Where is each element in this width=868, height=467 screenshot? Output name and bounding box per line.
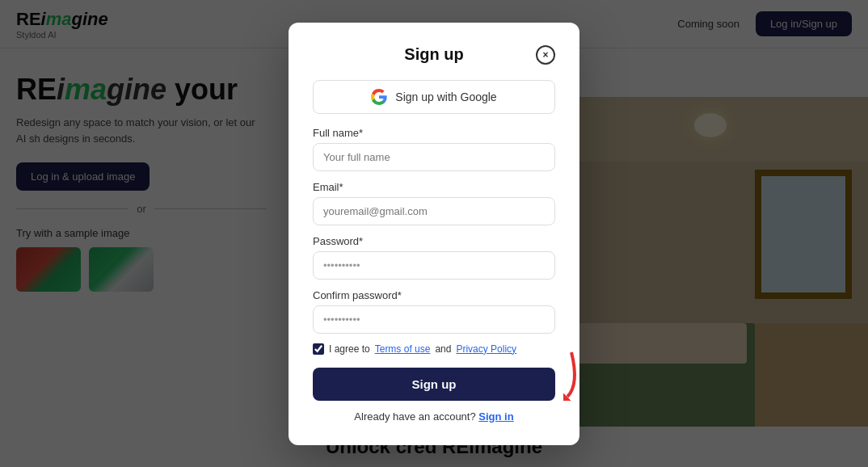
confirm-password-label: Confirm password* <box>313 289 555 301</box>
and-text: and <box>435 343 451 355</box>
signup-button[interactable]: Sign up <box>313 368 555 401</box>
modal-overlay[interactable]: Sign up × Sign up with Google Full name* <box>0 0 868 467</box>
modal-title: Sign up <box>404 45 463 64</box>
terms-checkbox[interactable] <box>313 343 324 355</box>
email-input[interactable] <box>313 197 555 225</box>
signin-link[interactable]: Sign in <box>478 410 513 423</box>
privacy-link[interactable]: Privacy Policy <box>456 343 516 355</box>
terms-link[interactable]: Terms of use <box>375 343 431 355</box>
modal-close-button[interactable]: × <box>536 45 555 65</box>
modal-wrapper: Sign up × Sign up with Google Full name* <box>289 23 579 445</box>
modal-header: Sign up × <box>313 45 555 64</box>
full-name-input[interactable] <box>313 143 555 171</box>
google-signup-button[interactable]: Sign up with Google <box>313 80 555 114</box>
full-name-label: Full name* <box>313 127 555 139</box>
google-icon <box>371 89 387 105</box>
confirm-password-input[interactable] <box>313 305 555 334</box>
already-account-text: Already have an account? <box>354 410 478 423</box>
terms-checkbox-row: I agree to Terms of use and Privacy Poli… <box>313 343 555 355</box>
email-label: Email* <box>313 181 555 193</box>
agree-text: I agree to <box>329 343 370 355</box>
password-input[interactable] <box>313 251 555 280</box>
full-name-group: Full name* <box>313 127 555 171</box>
email-group: Email* <box>313 181 555 225</box>
confirm-password-group: Confirm password* <box>313 289 555 334</box>
signup-modal: Sign up × Sign up with Google Full name* <box>289 23 579 445</box>
password-label: Password* <box>313 235 555 247</box>
google-button-text: Sign up with Google <box>395 90 496 103</box>
login-link-row: Already have an account? Sign in <box>313 410 555 423</box>
password-group: Password* <box>313 235 555 280</box>
